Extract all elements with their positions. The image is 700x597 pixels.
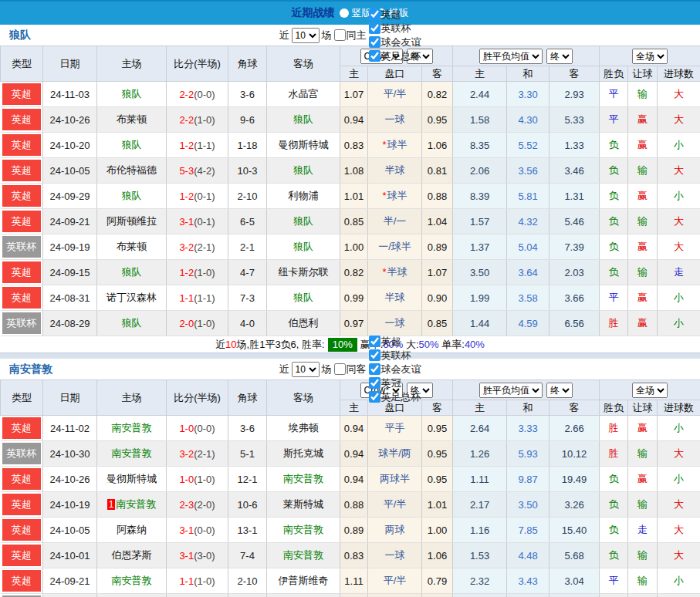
avg-odds-select[interactable]: 胜平负均值: [479, 383, 543, 398]
scope-select[interactable]: 全场: [632, 49, 668, 64]
handicap-cell: 半/一: [368, 209, 422, 234]
scope-select[interactable]: 全场: [632, 383, 668, 398]
handicap-text: 半球: [387, 266, 407, 278]
odds-away-cell: 1.00: [422, 518, 453, 543]
league-type-cell: 英联杯: [1, 441, 43, 467]
home-team-name: 狼队: [122, 317, 142, 329]
handicap-result-cell: 输: [628, 543, 658, 568]
odds-home-cell: 0.94: [340, 107, 368, 133]
match-row: 英超24-10-05阿森纳3-1(0-0)13-1南安普敦0.89两球1.001…: [1, 518, 700, 543]
same-venue-checkbox-label[interactable]: 同主: [334, 29, 367, 42]
league-checkbox-label[interactable]: 球会友谊: [369, 363, 421, 376]
away-team-name: 利物浦: [289, 190, 319, 201]
odds-home-cell: 0.83: [340, 133, 368, 158]
avg-away-cell: 10.12: [550, 441, 600, 467]
league-label: 英联杯: [381, 22, 411, 35]
team-filter-row: 南安普敦 近 10 场 同客 英超英联杯球会友谊英冠英足总杯: [0, 359, 700, 379]
date-cell: 24-09-21: [43, 209, 97, 234]
handicap-cell: 平/半: [368, 594, 422, 597]
avg-group-header: 胜平负均值 终: [453, 380, 600, 400]
match-count-select[interactable]: 10: [292, 362, 320, 377]
result-cell: 胜: [600, 311, 628, 336]
result-cell: 负: [600, 467, 628, 492]
league-checkbox[interactable]: [369, 391, 380, 403]
league-checkbox[interactable]: [369, 36, 380, 48]
handicap-cell: 球半/两: [368, 441, 422, 467]
league-checkbox-label[interactable]: 英冠: [369, 376, 421, 390]
away-team-cell: 莱斯特城: [267, 492, 340, 518]
league-checkbox-label[interactable]: 球会友谊: [369, 35, 421, 49]
league-type-cell: 英超: [1, 416, 43, 441]
league-type-cell: 英超: [1, 568, 43, 594]
away-team-name: 曼彻斯特城: [279, 139, 329, 150]
score-cell: 2-2(1-0): [167, 107, 228, 133]
half-score: (0-1): [194, 216, 215, 228]
league-checkbox-label[interactable]: 英足总杯: [369, 390, 421, 404]
same-venue-checkbox[interactable]: [334, 29, 346, 41]
league-checkbox[interactable]: [369, 349, 380, 361]
league-checkbox[interactable]: [369, 377, 380, 389]
league-checkbox-label[interactable]: 英足总杯: [369, 49, 421, 63]
away-team-name: 南安普敦: [283, 473, 323, 484]
league-checkbox[interactable]: [369, 8, 380, 20]
odds-home-cell: 0.94: [340, 416, 368, 441]
match-count-select[interactable]: 10: [292, 28, 320, 43]
league-label: 球会友谊: [381, 35, 421, 49]
home-team-name: 狼队: [122, 88, 142, 100]
away-team-name: 埃弗顿: [289, 422, 319, 433]
half-score: (1-1): [194, 292, 215, 304]
home-team-cell: 狼队: [97, 184, 167, 209]
avg-home-cell: 1.11: [453, 467, 507, 492]
avg-final-select[interactable]: 终: [546, 383, 573, 398]
sub-header-handicap-result: 让球: [628, 400, 658, 416]
odds-away-cell: 0.88: [422, 184, 453, 209]
avg-draw-cell: 5.93: [507, 441, 550, 467]
league-checkbox[interactable]: [369, 50, 380, 62]
league-checkbox-label[interactable]: 英联杯: [369, 22, 421, 35]
league-type-badge: 英超: [2, 109, 42, 130]
league-type-cell: 英超: [1, 285, 43, 311]
corners-cell: 10-3: [228, 158, 267, 184]
league-checkbox[interactable]: [369, 22, 380, 34]
away-team-cell: 利物浦: [267, 184, 340, 209]
half-score: (1-0): [194, 575, 215, 587]
team-name: 狼队: [9, 29, 31, 42]
odds-home-cell: 1.07: [340, 82, 368, 107]
same-venue-label: 同客: [347, 363, 367, 376]
corners-cell: 7-4: [228, 543, 267, 568]
corners-cell: 12-1: [228, 467, 267, 492]
full-score: 1-0: [179, 474, 194, 485]
home-team-cell: 1南安普敦: [97, 492, 167, 518]
avg-home-cell: 1.53: [453, 543, 507, 568]
sub-header-avg-home: 主: [453, 400, 507, 416]
handicap-text: 半/一: [384, 215, 407, 227]
handicap-cell: *球半: [368, 184, 422, 209]
date-cell: 24-11-02: [43, 416, 97, 441]
avg-odds-select[interactable]: 胜平负均值: [479, 49, 543, 64]
avg-final-select[interactable]: 终: [546, 49, 573, 64]
games-label: 场: [322, 363, 332, 376]
league-checkbox-label[interactable]: 英超: [369, 8, 421, 22]
full-score: 2-2: [179, 114, 194, 126]
half-score: (2-1): [194, 241, 215, 253]
avg-draw-cell: 5.04: [507, 234, 550, 260]
home-team-cell: 布莱顿: [97, 107, 167, 133]
avg-draw-cell: 3.43: [507, 568, 550, 594]
home-team-name: 狼队: [122, 139, 142, 150]
league-checkbox-label[interactable]: 英超: [369, 335, 421, 349]
handicap-text: 球半/两: [378, 447, 411, 459]
full-score: 3-2: [179, 448, 194, 460]
home-team-name: 布莱顿: [117, 241, 147, 252]
corners-cell: 5-1: [228, 441, 267, 467]
league-checkbox[interactable]: [369, 363, 380, 375]
league-checkbox[interactable]: [369, 336, 380, 347]
filters: 近 10 场 同客 英超英联杯球会友谊英冠英足总杯: [279, 335, 421, 404]
same-venue-checkbox-label[interactable]: 同客: [334, 363, 367, 376]
same-venue-checkbox[interactable]: [334, 363, 346, 375]
full-score: 3-2: [179, 241, 194, 253]
avg-home-cell: 1.16: [453, 518, 507, 543]
away-team-name: 纽卡斯尔联: [279, 266, 329, 278]
handicap-text: 一球: [385, 113, 405, 125]
league-checkbox-label[interactable]: 英联杯: [369, 349, 421, 363]
handicap-cell: 一球: [368, 311, 422, 336]
